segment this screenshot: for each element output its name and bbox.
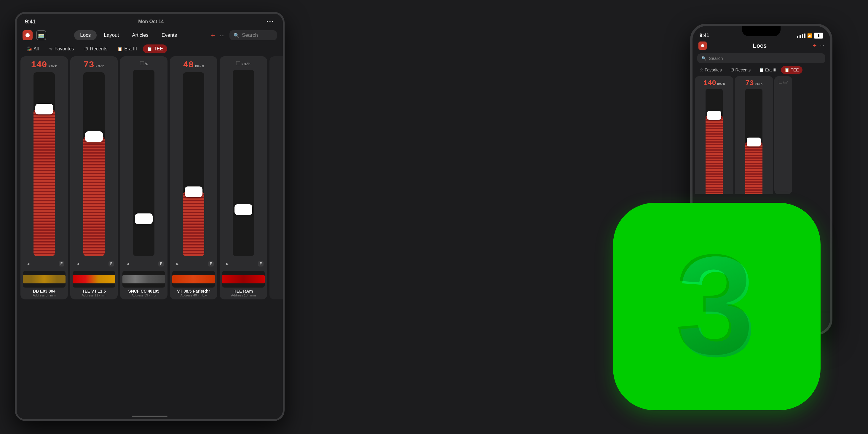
slider-thumb-2[interactable] [85, 131, 103, 142]
iphone-tee-icon: 📋 [784, 68, 789, 72]
slider-3[interactable] [122, 70, 165, 256]
iphone-search-icon: 🔍 [702, 56, 707, 61]
train-thumb-1 [23, 271, 65, 287]
f-badge-3[interactable]: F [158, 261, 164, 267]
loc-info-3: Address 39 · mfx [122, 293, 165, 297]
recents-icon: ⏱ [84, 46, 88, 51]
loc-card-tee-vt11[interactable]: 73 km/h ◄ F [70, 56, 118, 300]
filter-favorites[interactable]: ☆ Favorites [45, 44, 78, 53]
ipad-screen: 9:41 Mon Oct 14 ··· 🚃 Locs [17, 13, 283, 419]
scroll-indicator [132, 415, 167, 417]
iphone-loc-card-3-partial[interactable]: □ km/ [774, 76, 792, 194]
loc-card-sncf[interactable]: □ % ◄ F [120, 56, 167, 300]
train-layout-icon[interactable]: 🚃 [36, 30, 46, 40]
slider-thumb-4[interactable] [185, 186, 203, 197]
loc-info-1: Address 3 · mm [23, 293, 65, 297]
loco-tee-ram-image [222, 275, 265, 283]
iphone-speed-unit-1: km/h [717, 83, 725, 86]
loc-name-2: TEE VT 11.5 [73, 289, 115, 293]
f-badge-2[interactable]: F [108, 261, 114, 267]
search-bar[interactable]: 🔍 Search [229, 30, 277, 40]
f-badge-1[interactable]: F [59, 261, 64, 267]
iphone-slider-thumb-1[interactable] [707, 111, 721, 120]
search-icon: 🔍 [234, 33, 240, 38]
iphone-add-button[interactable]: + [813, 42, 817, 50]
iphone-loc-card-2[interactable]: 73 km/h ◄ F TEE VT 11. [735, 76, 773, 194]
slider-4[interactable] [172, 72, 215, 256]
slider-thumb-3[interactable] [135, 213, 153, 224]
speed-unit-3: % [145, 62, 148, 66]
loco-sncf-image [122, 275, 165, 283]
iphone-tee-label: TEE [790, 68, 799, 72]
nav-tabs: Locs Layout Articles Events [50, 30, 207, 40]
iphone-filter-tee[interactable]: 📋 TEE [781, 66, 802, 74]
tab-layout[interactable]: Layout [98, 30, 125, 40]
f-badge-5[interactable]: F [258, 261, 264, 267]
tab-events[interactable]: Events [156, 30, 183, 40]
f-badge-4[interactable]: F [208, 261, 214, 267]
slider-thumb-5[interactable] [235, 204, 252, 215]
iphone-more-button[interactable]: ··· [820, 43, 824, 48]
speed-value-5: □ [236, 60, 240, 67]
iphone-slider-thumb-2[interactable] [747, 137, 761, 147]
speed-display-1: 140 km/h [31, 60, 57, 70]
search-input[interactable]: Search [242, 32, 258, 38]
iphone-filter-era3[interactable]: 📋 Era III [755, 66, 780, 74]
ipad-status-bar: 9:41 Mon Oct 14 ··· [17, 13, 283, 28]
slider-fill-2 [83, 137, 105, 256]
speed-value-4: 48 [183, 60, 193, 70]
iphone-filter-favorites[interactable]: ☆ Favorites [696, 66, 725, 74]
slider-thumb-1[interactable] [35, 104, 53, 115]
reverse-btn-1[interactable]: ◄ [24, 260, 32, 268]
loco-e03-image [23, 275, 65, 283]
forward-btn-5[interactable]: ► [223, 260, 231, 268]
slider-track-5[interactable] [233, 70, 254, 256]
speed-unit-1: km/h [48, 64, 57, 68]
train-thumb-2 [73, 271, 115, 287]
iphone-status-icons: 📶 ▮ [797, 33, 823, 38]
slider-track-1[interactable] [33, 72, 55, 256]
ipad-date: Mon Oct 14 [138, 19, 164, 24]
iphone-record-button[interactable] [699, 41, 707, 50]
speed-unit-4: km/h [195, 64, 204, 68]
slider-track-3[interactable] [133, 70, 154, 256]
record-button[interactable] [23, 30, 33, 40]
iphone-search-bar[interactable]: 🔍 Search [697, 53, 825, 63]
iphone-slider-2[interactable] [745, 89, 763, 194]
iphone-slider-1[interactable] [706, 89, 723, 194]
filter-recents[interactable]: ⏱ Recents [80, 44, 112, 53]
iphone-favorites-label: Favorites [705, 68, 722, 72]
forward-btn-4[interactable]: ► [174, 260, 182, 268]
reverse-btn-3[interactable]: ◄ [124, 260, 132, 268]
iphone-filter-bar: ☆ Favorites ⏱ Recents 📋 Era III 📋 TEE [692, 65, 830, 76]
iphone-speed-value-1: 140 [704, 79, 716, 87]
slider-1[interactable] [23, 72, 65, 256]
controls-row-4: ► F [172, 258, 215, 270]
iphone-speed-value-2: 73 [745, 79, 754, 87]
add-loc-button[interactable]: + [211, 31, 215, 39]
iphone-filter-recents[interactable]: ⏱ Recents [726, 66, 754, 74]
loc-card-vt08[interactable]: 48 km/h ► F [170, 56, 217, 300]
slider-track-2[interactable] [83, 72, 105, 256]
filter-tee[interactable]: 📋 TEE [143, 44, 167, 53]
signal-bar-1 [797, 36, 798, 38]
loc-card-db-e03[interactable]: 140 km/h ◄ F [21, 56, 68, 300]
loc-card-tee-ram[interactable]: □ km/h ► F [220, 56, 267, 300]
filter-era3[interactable]: 📋 Era III [113, 44, 141, 53]
version-badge: 3 [613, 203, 820, 410]
slider-2[interactable] [73, 72, 115, 256]
reverse-btn-2[interactable]: ◄ [74, 260, 82, 268]
tab-locs[interactable]: Locs [74, 30, 97, 40]
more-options-button[interactable]: ··· [220, 32, 225, 39]
slider-track-4[interactable] [183, 72, 204, 256]
loc-name-4: VT 08.5 ParisRhr [172, 289, 215, 293]
loc-info-5: Address 18 · mm [222, 293, 265, 297]
filter-all-label: All [33, 46, 39, 52]
iphone-loc-card-1[interactable]: 140 km/h ◄ F DB E03 004 [695, 76, 734, 194]
filter-all[interactable]: 🚂 All [23, 44, 43, 53]
ipad-device: 9:41 Mon Oct 14 ··· 🚃 Locs [15, 12, 285, 421]
slider-5[interactable] [222, 70, 265, 256]
tab-articles[interactable]: Articles [126, 30, 154, 40]
iphone-search-input[interactable]: Search [709, 56, 723, 61]
iphone-record-dot [701, 44, 704, 47]
